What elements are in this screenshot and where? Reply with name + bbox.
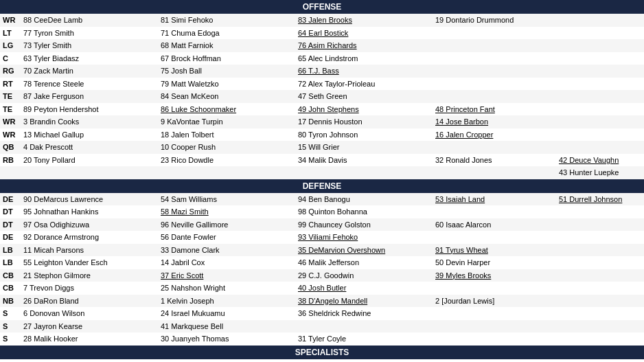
table-row: DE90 DeMarcus Lawrence54 Sam Williams94 … (0, 193, 644, 206)
table-row: C63 Tyler Biadasz67 Brock Hoffman65 Alec… (0, 52, 644, 65)
table-row: LB55 Leighton Vander Esch14 Jabril Cox46… (0, 256, 644, 269)
table-row: WR3 Brandin Cooks9 KaVontae Turpin17 Den… (0, 115, 644, 128)
table-row: DT95 Johnathan Hankins58 Mazi Smith98 Qu… (0, 205, 644, 218)
table-row: RT78 Terence Steele79 Matt Waletzko72 Al… (0, 78, 644, 91)
table-row: LG73 Tyler Smith68 Matt Farniok76 Asim R… (0, 39, 644, 52)
table-row: CB21 Stephon Gilmore37 Eric Scott29 C.J.… (0, 269, 644, 282)
table-row: CB7 Trevon Diggs25 Nahshon Wright40 Josh… (0, 282, 644, 295)
table-row: K1 Brandon Aubrey (0, 359, 644, 363)
table-row: S27 Jayron Kearse41 Markquese Bell (0, 320, 644, 333)
table-row: DE92 Dorance Armstrong56 Dante Fowler93 … (0, 231, 644, 244)
table-row: LB11 Micah Parsons33 Damone Clark35 DeMa… (0, 244, 644, 257)
table-row: S28 Malik Hooker30 Juanyeh Thomas31 Tyle… (0, 332, 644, 346)
table-row: TE87 Jake Ferguson84 Sean McKeon47 Seth … (0, 90, 644, 103)
table-row: TE89 Peyton Hendershot86 Luke Schoonmake… (0, 103, 644, 116)
table-row: RB20 Tony Pollard23 Rico Dowdle34 Malik … (0, 154, 644, 167)
table-row: RG70 Zack Martin75 Josh Ball66 T.J. Bass (0, 65, 644, 78)
table-row: NB26 DaRon Bland1 Kelvin Joseph38 D'Ange… (0, 295, 644, 308)
table-row: LT77 Tyron Smith71 Chuma Edoga64 Earl Bo… (0, 27, 644, 40)
table-row: S6 Donovan Wilson24 Israel Mukuamu36 She… (0, 307, 644, 320)
table-row: WR88 CeeDee Lamb81 Simi Fehoko83 Jalen B… (0, 14, 644, 27)
table-row: DT97 Osa Odighizuwa96 Neville Gallimore9… (0, 218, 644, 231)
table-row: WR13 Michael Gallup18 Jalen Tolbert80 Ty… (0, 128, 644, 142)
table-row: 43 Hunter Luepke (0, 166, 644, 179)
table-row: QB4 Dak Prescott10 Cooper Rush15 Will Gr… (0, 141, 644, 154)
section-header: OFFENSE (0, 0, 644, 14)
roster-table: OFFENSEWR88 CeeDee Lamb81 Simi Fehoko83 … (0, 0, 644, 362)
section-header: SPECIALISTS (0, 346, 644, 359)
section-header: DEFENSE (0, 179, 644, 193)
